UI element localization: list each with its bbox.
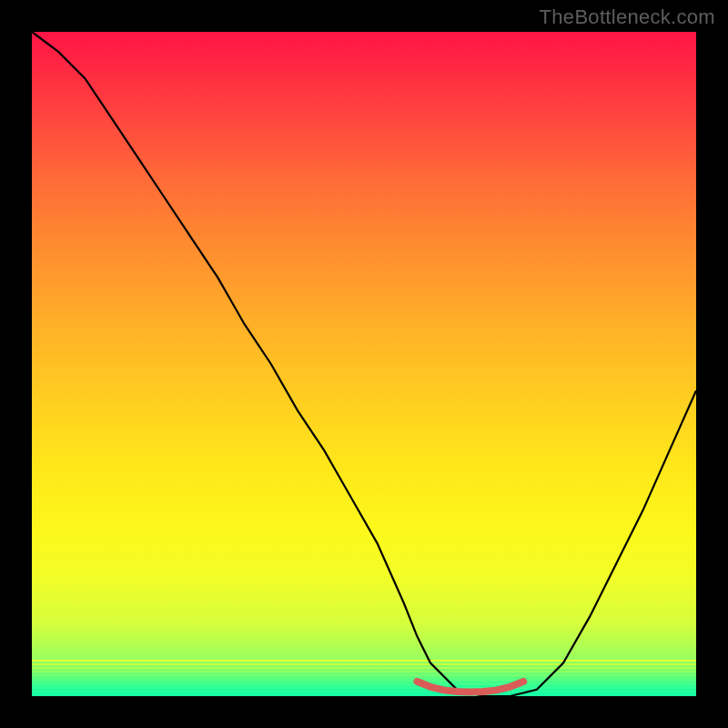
curve-svg: [32, 32, 696, 696]
optimal-zone-marker: [417, 682, 523, 693]
chart-container: TheBottleneck.com: [0, 0, 728, 728]
bottleneck-curve: [32, 32, 696, 696]
watermark-text: TheBottleneck.com: [540, 5, 715, 29]
plot-area: [32, 32, 696, 696]
